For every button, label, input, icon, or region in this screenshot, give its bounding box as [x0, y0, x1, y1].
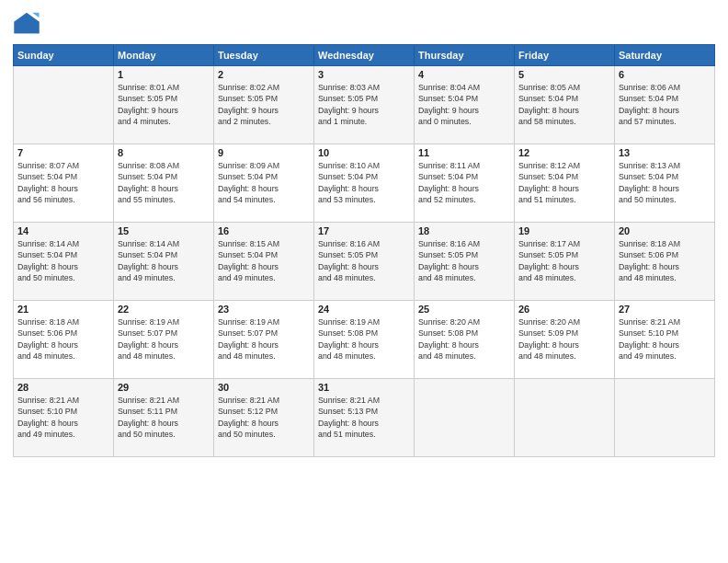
day-cell: 22Sunrise: 8:19 AM Sunset: 5:07 PM Dayli… [114, 301, 214, 379]
page: SundayMondayTuesdayWednesdayThursdayFrid… [0, 0, 728, 563]
day-cell: 5Sunrise: 8:05 AM Sunset: 5:04 PM Daylig… [515, 66, 615, 144]
col-header-monday: Monday [114, 45, 214, 66]
day-cell [14, 66, 114, 144]
day-number: 20 [619, 225, 711, 236]
day-number: 11 [418, 147, 510, 158]
day-number: 27 [619, 304, 711, 315]
day-cell: 28Sunrise: 8:21 AM Sunset: 5:10 PM Dayli… [14, 379, 114, 457]
day-info: Sunrise: 8:16 AM Sunset: 5:05 PM Dayligh… [418, 238, 510, 283]
day-info: Sunrise: 8:02 AM Sunset: 5:05 PM Dayligh… [218, 82, 310, 127]
day-info: Sunrise: 8:11 AM Sunset: 5:04 PM Dayligh… [418, 160, 510, 205]
day-cell: 23Sunrise: 8:19 AM Sunset: 5:07 PM Dayli… [214, 301, 314, 379]
day-number: 23 [218, 304, 310, 315]
calendar-table: SundayMondayTuesdayWednesdayThursdayFrid… [13, 44, 715, 457]
day-cell [615, 379, 715, 457]
day-number: 6 [619, 69, 711, 80]
day-number: 29 [118, 382, 210, 393]
day-info: Sunrise: 8:18 AM Sunset: 5:06 PM Dayligh… [17, 316, 109, 362]
day-number: 1 [118, 69, 210, 80]
day-info: Sunrise: 8:21 AM Sunset: 5:11 PM Dayligh… [118, 395, 210, 440]
day-cell: 2Sunrise: 8:02 AM Sunset: 5:05 PM Daylig… [214, 66, 314, 144]
day-info: Sunrise: 8:07 AM Sunset: 5:04 PM Dayligh… [17, 160, 109, 205]
day-cell: 9Sunrise: 8:09 AM Sunset: 5:04 PM Daylig… [214, 144, 314, 223]
day-cell: 20Sunrise: 8:18 AM Sunset: 5:06 PM Dayli… [615, 223, 715, 301]
day-info: Sunrise: 8:14 AM Sunset: 5:04 PM Dayligh… [17, 238, 109, 283]
day-info: Sunrise: 8:19 AM Sunset: 5:07 PM Dayligh… [118, 316, 210, 362]
week-row-3: 21Sunrise: 8:18 AM Sunset: 5:06 PM Dayli… [14, 301, 715, 379]
day-info: Sunrise: 8:05 AM Sunset: 5:04 PM Dayligh… [518, 82, 610, 127]
day-cell: 17Sunrise: 8:16 AM Sunset: 5:05 PM Dayli… [314, 223, 415, 301]
day-cell: 16Sunrise: 8:15 AM Sunset: 5:04 PM Dayli… [214, 223, 314, 301]
day-cell: 14Sunrise: 8:14 AM Sunset: 5:04 PM Dayli… [14, 223, 114, 301]
day-number: 24 [318, 304, 410, 315]
day-cell: 12Sunrise: 8:12 AM Sunset: 5:04 PM Dayli… [515, 144, 615, 223]
day-number: 14 [17, 225, 109, 236]
day-cell: 27Sunrise: 8:21 AM Sunset: 5:10 PM Dayli… [615, 301, 715, 379]
day-cell: 15Sunrise: 8:14 AM Sunset: 5:04 PM Dayli… [114, 223, 214, 301]
col-header-wednesday: Wednesday [314, 45, 415, 66]
week-row-0: 1Sunrise: 8:01 AM Sunset: 5:05 PM Daylig… [14, 66, 715, 144]
col-header-thursday: Thursday [415, 45, 515, 66]
day-number: 22 [118, 304, 210, 315]
calendar-body: 1Sunrise: 8:01 AM Sunset: 5:05 PM Daylig… [14, 66, 715, 457]
day-cell: 1Sunrise: 8:01 AM Sunset: 5:05 PM Daylig… [114, 66, 214, 144]
day-number: 13 [619, 147, 711, 158]
week-row-4: 28Sunrise: 8:21 AM Sunset: 5:10 PM Dayli… [14, 379, 715, 457]
day-number: 12 [518, 147, 610, 158]
day-number: 4 [418, 69, 510, 80]
day-number: 28 [17, 382, 109, 393]
day-number: 26 [518, 304, 610, 315]
day-info: Sunrise: 8:21 AM Sunset: 5:13 PM Dayligh… [318, 395, 410, 440]
day-info: Sunrise: 8:21 AM Sunset: 5:10 PM Dayligh… [17, 395, 109, 440]
day-cell: 24Sunrise: 8:19 AM Sunset: 5:08 PM Dayli… [314, 301, 415, 379]
day-cell [415, 379, 515, 457]
day-info: Sunrise: 8:10 AM Sunset: 5:04 PM Dayligh… [318, 160, 410, 205]
day-info: Sunrise: 8:08 AM Sunset: 5:04 PM Dayligh… [118, 160, 210, 205]
day-number: 17 [318, 225, 410, 236]
day-number: 8 [118, 147, 210, 158]
day-info: Sunrise: 8:19 AM Sunset: 5:08 PM Dayligh… [318, 316, 410, 362]
day-number: 30 [218, 382, 310, 393]
day-cell: 7Sunrise: 8:07 AM Sunset: 5:04 PM Daylig… [14, 144, 114, 223]
day-number: 16 [218, 225, 310, 236]
day-cell: 3Sunrise: 8:03 AM Sunset: 5:05 PM Daylig… [314, 66, 415, 144]
day-info: Sunrise: 8:12 AM Sunset: 5:04 PM Dayligh… [518, 160, 610, 205]
day-cell: 10Sunrise: 8:10 AM Sunset: 5:04 PM Dayli… [314, 144, 415, 223]
day-cell: 8Sunrise: 8:08 AM Sunset: 5:04 PM Daylig… [114, 144, 214, 223]
day-info: Sunrise: 8:19 AM Sunset: 5:07 PM Dayligh… [218, 316, 310, 362]
day-cell: 13Sunrise: 8:13 AM Sunset: 5:04 PM Dayli… [615, 144, 715, 223]
day-info: Sunrise: 8:18 AM Sunset: 5:06 PM Dayligh… [619, 238, 711, 283]
day-info: Sunrise: 8:16 AM Sunset: 5:05 PM Dayligh… [318, 238, 410, 283]
day-cell: 6Sunrise: 8:06 AM Sunset: 5:04 PM Daylig… [615, 66, 715, 144]
day-cell: 31Sunrise: 8:21 AM Sunset: 5:13 PM Dayli… [314, 379, 415, 457]
day-cell [515, 379, 615, 457]
day-info: Sunrise: 8:20 AM Sunset: 5:09 PM Dayligh… [518, 316, 610, 362]
day-number: 15 [118, 225, 210, 236]
day-cell: 4Sunrise: 8:04 AM Sunset: 5:04 PM Daylig… [415, 66, 515, 144]
day-info: Sunrise: 8:20 AM Sunset: 5:08 PM Dayligh… [418, 316, 510, 362]
day-number: 18 [418, 225, 510, 236]
day-number: 31 [318, 382, 410, 393]
day-cell: 29Sunrise: 8:21 AM Sunset: 5:11 PM Dayli… [114, 379, 214, 457]
day-cell: 21Sunrise: 8:18 AM Sunset: 5:06 PM Dayli… [14, 301, 114, 379]
day-info: Sunrise: 8:13 AM Sunset: 5:04 PM Dayligh… [619, 160, 711, 205]
day-info: Sunrise: 8:09 AM Sunset: 5:04 PM Dayligh… [218, 160, 310, 205]
day-number: 19 [518, 225, 610, 236]
day-cell: 18Sunrise: 8:16 AM Sunset: 5:05 PM Dayli… [415, 223, 515, 301]
col-header-tuesday: Tuesday [214, 45, 314, 66]
week-row-2: 14Sunrise: 8:14 AM Sunset: 5:04 PM Dayli… [14, 223, 715, 301]
day-info: Sunrise: 8:03 AM Sunset: 5:05 PM Dayligh… [318, 82, 410, 127]
day-info: Sunrise: 8:17 AM Sunset: 5:05 PM Dayligh… [518, 238, 610, 283]
col-header-saturday: Saturday [615, 45, 715, 66]
day-cell: 30Sunrise: 8:21 AM Sunset: 5:12 PM Dayli… [214, 379, 314, 457]
logo [13, 9, 44, 37]
header [13, 9, 715, 37]
day-number: 9 [218, 147, 310, 158]
day-cell: 19Sunrise: 8:17 AM Sunset: 5:05 PM Dayli… [515, 223, 615, 301]
day-cell: 26Sunrise: 8:20 AM Sunset: 5:09 PM Dayli… [515, 301, 615, 379]
day-info: Sunrise: 8:04 AM Sunset: 5:04 PM Dayligh… [418, 82, 510, 127]
day-info: Sunrise: 8:21 AM Sunset: 5:10 PM Dayligh… [619, 316, 711, 362]
calendar-header: SundayMondayTuesdayWednesdayThursdayFrid… [14, 45, 715, 66]
logo-icon [13, 9, 40, 37]
day-info: Sunrise: 8:01 AM Sunset: 5:05 PM Dayligh… [118, 82, 210, 127]
